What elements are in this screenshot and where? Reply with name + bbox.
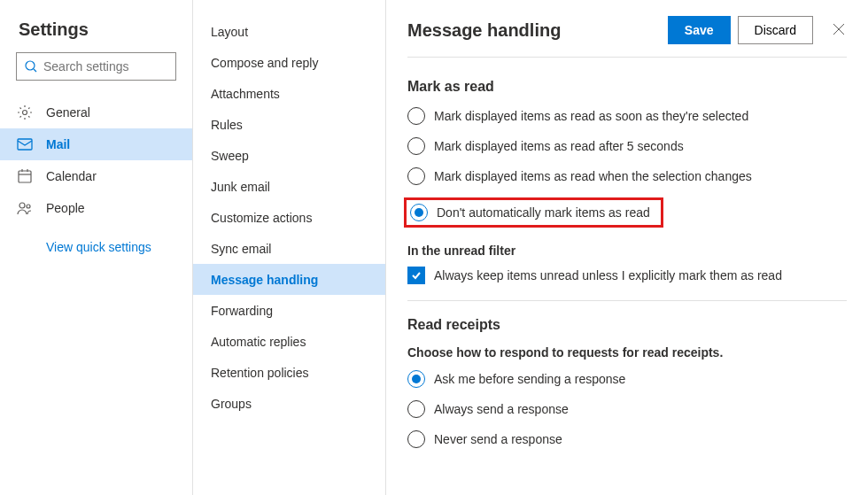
unread-filter-heading: In the unread filter — [407, 244, 847, 258]
page-title: Message handling — [407, 20, 661, 41]
receipt-option-never[interactable]: Never send a response — [407, 430, 847, 448]
subnav-message-handling[interactable]: Message handling — [193, 264, 385, 295]
subnav-rules[interactable]: Rules — [193, 109, 385, 140]
option-label: Mark displayed items as read after 5 sec… — [434, 139, 684, 153]
calendar-icon — [16, 168, 34, 184]
subnav-retention-policies[interactable]: Retention policies — [193, 357, 385, 388]
subnav-attachments[interactable]: Attachments — [193, 78, 385, 109]
close-icon[interactable] — [833, 23, 847, 38]
svg-rect-3 — [18, 139, 32, 150]
subnav-groups[interactable]: Groups — [193, 388, 385, 419]
mark-read-option-dont-auto[interactable]: Don't automatically mark items as read — [410, 204, 650, 221]
gear-icon — [16, 104, 34, 120]
nav-label: People — [46, 201, 85, 215]
nav-label: Mail — [46, 137, 70, 151]
subnav-junk-email[interactable]: Junk email — [193, 171, 385, 202]
subnav-layout[interactable]: Layout — [193, 16, 385, 47]
option-label: Mark displayed items as read as soon as … — [434, 109, 748, 123]
search-settings-box[interactable] — [16, 52, 176, 81]
option-label: Ask me before sending a response — [434, 372, 625, 386]
nav-calendar[interactable]: Calendar — [0, 160, 192, 192]
option-label: Never send a response — [434, 432, 562, 446]
option-label: Always keep items unread unless I explic… — [434, 268, 782, 282]
svg-point-0 — [26, 61, 35, 70]
svg-line-1 — [34, 69, 36, 72]
mail-subnav-panel: Layout Compose and reply Attachments Rul… — [193, 0, 386, 495]
content-panel: Message handling Save Discard Mark as re… — [386, 0, 868, 495]
highlighted-option-box: Don't automatically mark items as read — [404, 197, 663, 228]
radio-icon — [407, 400, 425, 418]
read-receipts-desc: Choose how to respond to requests for re… — [407, 345, 847, 360]
subnav-sweep[interactable]: Sweep — [193, 140, 385, 171]
mail-icon — [16, 138, 34, 151]
subnav-forwarding[interactable]: Forwarding — [193, 295, 385, 326]
subnav-automatic-replies[interactable]: Automatic replies — [193, 326, 385, 357]
discard-button[interactable]: Discard — [738, 16, 813, 44]
settings-nav-panel: Settings General Mail Calendar People Vi… — [0, 0, 193, 495]
view-quick-settings-link[interactable]: View quick settings — [0, 224, 192, 254]
svg-point-2 — [23, 111, 27, 115]
read-receipts-heading: Read receipts — [407, 317, 847, 333]
checkbox-checked-icon — [407, 267, 425, 284]
radio-icon-selected — [410, 204, 428, 221]
option-label: Don't automatically mark items as read — [437, 205, 650, 220]
subnav-compose-reply[interactable]: Compose and reply — [193, 47, 385, 78]
radio-icon-selected — [407, 370, 425, 388]
option-label: Always send a response — [434, 402, 569, 416]
settings-title: Settings — [0, 0, 192, 52]
subnav-sync-email[interactable]: Sync email — [193, 233, 385, 264]
nav-people[interactable]: People — [0, 192, 192, 224]
nav-general[interactable]: General — [0, 97, 192, 128]
radio-icon — [407, 167, 425, 185]
search-icon — [24, 59, 38, 73]
people-icon — [16, 201, 34, 215]
mark-read-option-5sec[interactable]: Mark displayed items as read after 5 sec… — [407, 137, 847, 155]
radio-icon — [407, 430, 425, 448]
save-button[interactable]: Save — [668, 16, 731, 44]
nav-label: Calendar — [46, 169, 97, 183]
nav-mail[interactable]: Mail — [0, 128, 192, 160]
search-input[interactable] — [43, 59, 168, 73]
radio-icon — [407, 107, 425, 125]
svg-rect-4 — [19, 171, 31, 182]
receipt-option-always[interactable]: Always send a response — [407, 400, 847, 418]
svg-point-12 — [27, 205, 30, 208]
svg-point-11 — [19, 203, 25, 208]
receipt-option-ask[interactable]: Ask me before sending a response — [407, 370, 847, 388]
section-divider — [407, 300, 847, 301]
mark-as-read-heading: Mark as read — [407, 79, 847, 95]
unread-filter-checkbox-row[interactable]: Always keep items unread unless I explic… — [407, 267, 847, 284]
mark-read-option-selected[interactable]: Mark displayed items as read as soon as … — [407, 107, 847, 125]
mark-read-option-selection-change[interactable]: Mark displayed items as read when the se… — [407, 167, 847, 185]
subnav-customize-actions[interactable]: Customize actions — [193, 202, 385, 233]
option-label: Mark displayed items as read when the se… — [434, 169, 752, 183]
nav-label: General — [46, 105, 90, 120]
radio-icon — [407, 137, 425, 155]
